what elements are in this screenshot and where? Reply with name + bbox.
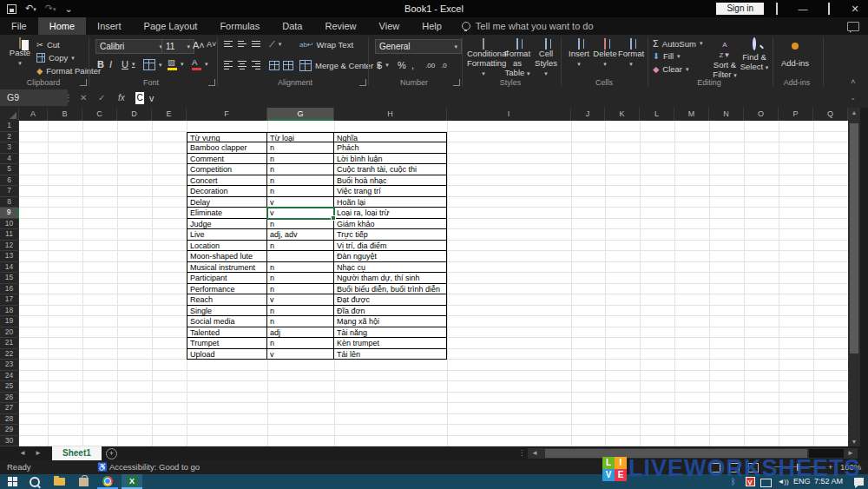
- cell-F8[interactable]: Delay: [187, 197, 267, 208]
- row-header-28[interactable]: 28: [0, 414, 19, 426]
- cell-F7[interactable]: Decoration: [187, 186, 267, 197]
- sheet-tab-sheet1[interactable]: Sheet1: [52, 446, 102, 460]
- column-header-G[interactable]: G: [267, 108, 334, 121]
- sheet-nav-left-icon[interactable]: ◄: [19, 446, 26, 460]
- conditional-formatting-button[interactable]: ConditionalFormatting ▾: [467, 39, 500, 78]
- sign-in-button[interactable]: Sign in: [716, 3, 764, 15]
- percent-style-button[interactable]: %: [398, 60, 406, 70]
- italic-button[interactable]: I: [109, 59, 112, 69]
- row-header-3[interactable]: 3: [0, 142, 19, 154]
- ribbon-tab-home[interactable]: Home: [38, 17, 86, 35]
- zoom-slider[interactable]: [774, 466, 825, 467]
- row-header-2[interactable]: 2: [0, 132, 19, 143]
- column-header-I[interactable]: I: [447, 108, 571, 121]
- store-button[interactable]: [73, 474, 94, 489]
- cell-F15[interactable]: Participant: [187, 273, 267, 284]
- fill-button[interactable]: ⬇Fill ▾: [653, 51, 681, 61]
- ribbon-tab-insert[interactable]: Insert: [86, 17, 133, 35]
- column-header-A[interactable]: A: [19, 108, 48, 121]
- zoom-in-icon[interactable]: +: [828, 462, 833, 472]
- align-left-icon[interactable]: [224, 61, 233, 69]
- ribbon-tab-formulas[interactable]: Formulas: [208, 17, 271, 35]
- wrap-text-button[interactable]: ab↩Wrap Text: [299, 40, 353, 50]
- cell-H3[interactable]: Phách: [334, 142, 447, 154]
- add-ins-button[interactable]: Add-ins: [778, 42, 812, 68]
- bluetooth-icon[interactable]: ᛒ: [727, 474, 740, 489]
- cell-H12[interactable]: Vị trí, địa điểm: [334, 241, 447, 252]
- cell-G17[interactable]: v: [267, 294, 334, 306]
- decrease-decimal-button[interactable]: .0: [441, 62, 447, 69]
- zoom-slider-thumb[interactable]: [797, 464, 799, 471]
- decrease-font-icon[interactable]: A˅: [207, 40, 216, 49]
- horizontal-scroll-thumb[interactable]: [545, 449, 807, 458]
- format-painter-button[interactable]: ◆Format Painter: [36, 66, 101, 76]
- cell-F22[interactable]: Upload: [187, 349, 267, 360]
- row-header-27[interactable]: 27: [0, 403, 19, 414]
- row-header-6[interactable]: 6: [0, 175, 19, 187]
- vertical-scroll-thumb[interactable]: [850, 123, 858, 354]
- row-header-15[interactable]: 15: [0, 273, 19, 284]
- cell-H17[interactable]: Đạt được: [334, 294, 447, 306]
- cell-G6[interactable]: n: [267, 175, 334, 187]
- select-all-corner[interactable]: [0, 108, 19, 121]
- v-app-tray-icon[interactable]: V: [743, 474, 757, 489]
- row-header-20[interactable]: 20: [0, 327, 19, 339]
- row-header-9[interactable]: 9: [0, 208, 19, 219]
- copy-button[interactable]: Copy ▾: [36, 53, 75, 63]
- zoom-level[interactable]: 100%: [840, 462, 861, 472]
- cell-G20[interactable]: adj: [267, 327, 334, 339]
- formula-bar-expand-icon[interactable]: ⌄: [850, 89, 856, 108]
- cell-styles-button[interactable]: CellStyles ▾: [533, 39, 559, 78]
- cell-F19[interactable]: Social media: [187, 316, 267, 327]
- row-header-8[interactable]: 8: [0, 197, 19, 208]
- row-header-12[interactable]: 12: [0, 241, 19, 252]
- ribbon-tab-view[interactable]: View: [368, 17, 411, 35]
- accounting-format-button[interactable]: $ ▾: [377, 60, 389, 70]
- chrome-button[interactable]: [97, 474, 118, 489]
- tell-me-box[interactable]: Tell me what you want to do: [453, 17, 594, 35]
- delete-cells-button[interactable]: Delete▾: [592, 39, 618, 69]
- cell-G11[interactable]: adj, adv: [267, 229, 334, 241]
- increase-indent-icon[interactable]: [283, 61, 293, 70]
- cell-G15[interactable]: n: [267, 273, 334, 284]
- row-header-18[interactable]: 18: [0, 306, 19, 317]
- align-middle-icon[interactable]: [238, 41, 247, 47]
- ribbon-tab-page-layout[interactable]: Page Layout: [133, 17, 209, 35]
- clock[interactable]: 7:52 AM: [814, 474, 843, 489]
- cell-H4[interactable]: Lời bình luận: [334, 154, 447, 165]
- cell-H15[interactable]: Người tham dự, thí sinh: [334, 273, 447, 284]
- cell-G5[interactable]: n: [267, 164, 334, 175]
- cell-G22[interactable]: v: [267, 349, 334, 360]
- decrease-indent-icon[interactable]: [269, 61, 279, 70]
- new-sheet-icon[interactable]: +: [106, 448, 117, 459]
- bold-button[interactable]: B: [97, 59, 104, 69]
- row-header-26[interactable]: 26: [0, 393, 19, 404]
- zoom-out-icon[interactable]: −: [766, 462, 771, 472]
- cell-F14[interactable]: Musical instrument: [187, 262, 267, 274]
- sort-filter-button[interactable]: AZ▼ Sort &Filter ▾: [710, 39, 740, 80]
- font-name-combo[interactable]: Calibri▾: [95, 39, 167, 54]
- align-right-icon[interactable]: [252, 61, 260, 69]
- column-header-P[interactable]: P: [779, 108, 813, 121]
- align-top-icon[interactable]: [224, 41, 233, 47]
- accessibility-status[interactable]: Accessibility: Good to go: [109, 462, 200, 472]
- scroll-down-icon[interactable]: ▼: [848, 439, 860, 445]
- cell-G18[interactable]: n: [267, 306, 334, 317]
- restore-button[interactable]: [816, 0, 842, 17]
- insert-cells-button[interactable]: Insert▾: [566, 39, 592, 69]
- format-cells-button[interactable]: Format▾: [618, 39, 644, 69]
- ribbon-tab-review[interactable]: Review: [313, 17, 367, 35]
- row-header-30[interactable]: 30: [0, 436, 19, 447]
- cell-G14[interactable]: n: [267, 262, 334, 274]
- horizontal-scrollbar[interactable]: ◄ ►: [528, 448, 858, 459]
- cell-G3[interactable]: n: [267, 142, 334, 154]
- cell-G7[interactable]: n: [267, 186, 334, 197]
- cell-F10[interactable]: Judge: [187, 219, 267, 230]
- formula-input[interactable]: v: [149, 89, 154, 108]
- start-button[interactable]: [2, 474, 23, 489]
- ribbon-tab-data[interactable]: Data: [271, 17, 313, 35]
- row-header-13[interactable]: 13: [0, 251, 19, 262]
- cell-F2[interactable]: Từ vựng: [187, 132, 267, 143]
- cell-G21[interactable]: n: [267, 338, 334, 349]
- cell-F17[interactable]: Reach: [187, 294, 267, 306]
